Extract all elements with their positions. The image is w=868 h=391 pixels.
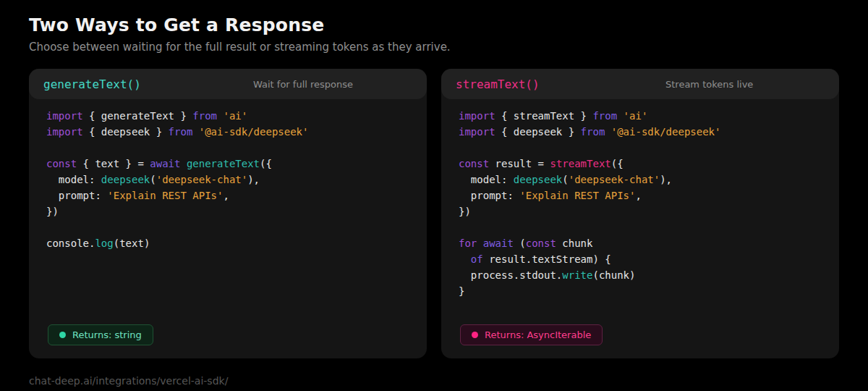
returns-string-badge-label: Returns: string (72, 329, 142, 340)
code-line: model: deepseek('deepseek-chat'), (459, 172, 822, 188)
code-line: } (459, 283, 822, 299)
code-line (46, 219, 409, 235)
stream-text-badge-row: Returns: AsyncIterable (441, 324, 839, 358)
code-line: const { text } = await generateText({ (46, 156, 409, 172)
code-line: }) (46, 203, 409, 219)
code-line: import { streamText } from 'ai' (459, 108, 822, 124)
code-line: process.stdout.write(chunk) (459, 267, 822, 283)
page: Two Ways to Get a Response Choose betwee… (0, 0, 868, 387)
code-line (459, 140, 822, 156)
code-line: }) (459, 203, 822, 219)
code-line: prompt: 'Explain REST APIs', (459, 188, 822, 203)
pink-dot-icon (472, 332, 478, 338)
card-stream-header: streamText() Stream tokens live (441, 69, 839, 99)
returns-asynciterable-badge: Returns: AsyncIterable (460, 324, 603, 345)
returns-asynciterable-badge-label: Returns: AsyncIterable (485, 329, 591, 340)
generate-text-code-block: import { generateText } from 'ai'import … (29, 99, 427, 324)
green-dot-icon (59, 332, 66, 338)
stream-text-header-label: Stream tokens live (665, 79, 753, 90)
code-line (46, 140, 409, 156)
card-generate-text: generateText() Wait for full response im… (29, 69, 427, 358)
page-subtitle: Choose between waiting for the full resu… (29, 41, 839, 55)
card-generate-header: generateText() Wait for full response (29, 69, 427, 99)
footer-url: chat-deep.ai/integrations/vercel-ai-sdk/ (29, 375, 839, 387)
card-stream-text: streamText() Stream tokens live import {… (441, 69, 839, 358)
code-line: model: deepseek('deepseek-chat'), (46, 172, 409, 188)
code-line: of result.textStream) { (459, 251, 822, 267)
code-line: for await (const chunk (459, 235, 822, 251)
code-line: prompt: 'Explain REST APIs', (46, 188, 409, 203)
stream-text-code-block: import { streamText } from 'ai'import { … (441, 99, 839, 324)
stream-text-function-title: streamText() (456, 77, 540, 91)
page-title: Two Ways to Get a Response (29, 15, 839, 36)
code-line: console.log(text) (46, 235, 409, 251)
code-line (459, 219, 822, 235)
generate-text-function-title: generateText() (43, 77, 141, 91)
code-line: import { deepseek } from '@ai-sdk/deepse… (46, 124, 409, 140)
code-line: import { deepseek } from '@ai-sdk/deepse… (459, 124, 822, 140)
generate-text-header-label: Wait for full response (253, 79, 353, 90)
code-line: const result = streamText({ (459, 156, 822, 172)
code-line: import { generateText } from 'ai' (46, 108, 409, 124)
cards-container: generateText() Wait for full response im… (29, 69, 839, 358)
generate-text-badge-row: Returns: string (29, 324, 427, 358)
returns-string-badge: Returns: string (48, 324, 153, 345)
